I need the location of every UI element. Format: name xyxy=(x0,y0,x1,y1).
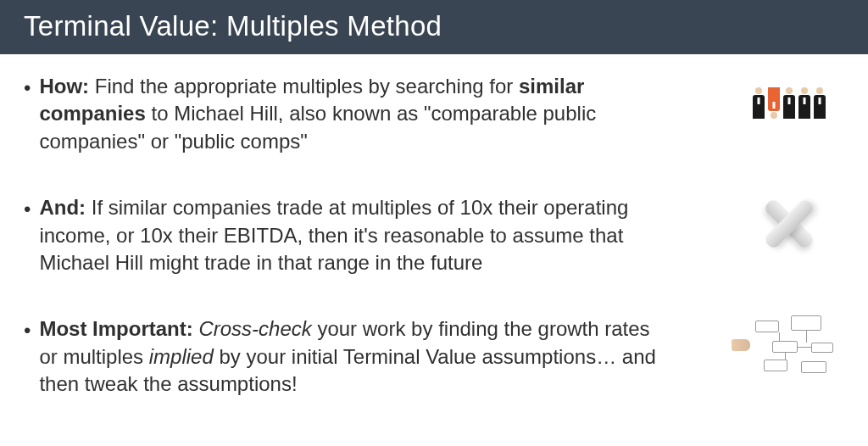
bullet-label: And: xyxy=(39,196,86,219)
bullet-content: Most Important: Cross-check your work by… xyxy=(39,315,666,398)
bullet-row: • Most Important: Cross-check your work … xyxy=(24,315,844,398)
x-illustration xyxy=(734,194,844,254)
people-illustration xyxy=(734,73,844,132)
bullet-text-area: • Most Important: Cross-check your work … xyxy=(24,315,724,398)
bullet-text-area: • How: Find the appropriate multiples by… xyxy=(24,73,724,155)
slide-title-bar: Terminal Value: Multiples Method xyxy=(0,0,868,54)
bullet-segment: If similar companies trade at multiples … xyxy=(39,196,628,274)
bullet-marker: • xyxy=(24,75,31,102)
bullet-segment: Find the appropriate multiples by search… xyxy=(89,75,519,98)
bullet-marker: • xyxy=(24,196,31,223)
bullet-content: And: If similar companies trade at multi… xyxy=(39,194,666,276)
slide-content: • How: Find the appropriate multiples by… xyxy=(0,54,868,415)
bullet-row: • And: If similar companies trade at mul… xyxy=(24,194,844,276)
bullet-segment: Cross-check xyxy=(198,317,311,340)
bullet-row: • How: Find the appropriate multiples by… xyxy=(24,73,844,155)
bullet-label: Most Important: xyxy=(39,317,192,340)
bullet-marker: • xyxy=(24,317,31,344)
slide-title-light: Multiples Method xyxy=(219,10,442,42)
bullet-segment: implied xyxy=(149,345,214,368)
slide-title-bold: Terminal Value: xyxy=(24,10,219,42)
bullet-text-area: • And: If similar companies trade at mul… xyxy=(24,194,724,276)
bullet-label: How: xyxy=(39,75,89,98)
flowchart-illustration xyxy=(734,315,844,375)
bullet-content: How: Find the appropriate multiples by s… xyxy=(39,73,666,155)
